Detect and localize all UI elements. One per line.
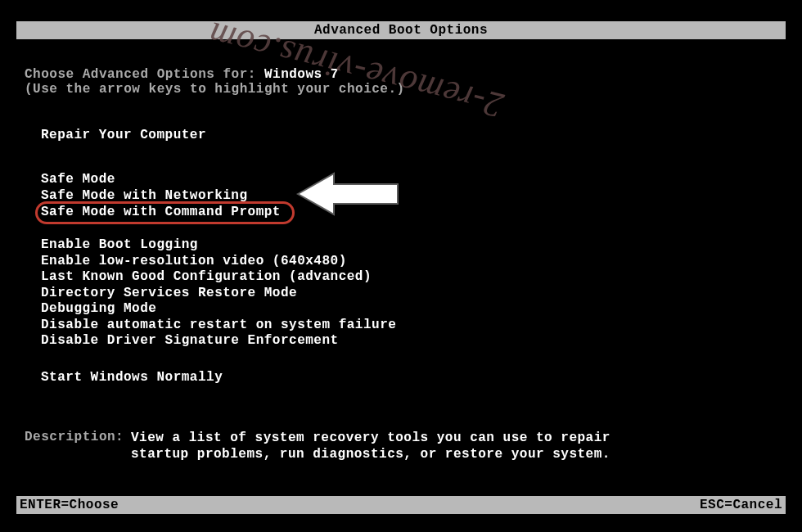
menu-item-safe-mode-cmd[interactable]: Safe Mode with Command Prompt: [35, 201, 295, 224]
title-bar: Advanced Boot Options: [16, 21, 786, 39]
menu-item-safe-mode[interactable]: Safe Mode: [41, 172, 295, 188]
arrow-left-icon: [295, 170, 401, 218]
description-label: Description:: [25, 430, 124, 444]
menu-item-dsrm[interactable]: Directory Services Restore Mode: [41, 286, 396, 302]
menu-item-repair[interactable]: Repair Your Computer: [41, 128, 206, 142]
description-line-1: View a list of system recovery tools you…: [131, 430, 611, 446]
menu-item-last-known-good[interactable]: Last Known Good Configuration (advanced): [41, 269, 396, 286]
boot-options-screen: Advanced Boot Options Choose Advanced Op…: [0, 0, 802, 532]
menu-item-disable-restart[interactable]: Disable automatic restart on system fail…: [41, 318, 396, 334]
title-text: Advanced Boot Options: [314, 23, 488, 38]
footer-bar: ENTER=Choose ESC=Cancel: [16, 496, 786, 514]
description-line-2: startup problems, run diagnostics, or re…: [131, 446, 611, 462]
menu-item-boot-logging[interactable]: Enable Boot Logging: [41, 237, 396, 254]
svg-marker-0: [298, 174, 398, 214]
description-text: View a list of system recovery tools you…: [131, 430, 611, 462]
safe-mode-group: Safe Mode Safe Mode with Networking Safe…: [41, 172, 295, 222]
menu-item-debugging[interactable]: Debugging Mode: [41, 301, 396, 318]
arrow-hint: (Use the arrow keys to highlight your ch…: [25, 82, 405, 97]
choose-prefix: Choose Advanced Options for:: [25, 67, 264, 82]
menu-item-start-normally[interactable]: Start Windows Normally: [41, 370, 223, 385]
choose-line: Choose Advanced Options for: Windows 7: [25, 67, 339, 82]
menu-item-disable-sig[interactable]: Disable Driver Signature Enforcement: [41, 333, 396, 349]
menu-item-low-res[interactable]: Enable low-resolution video (640x480): [41, 254, 396, 270]
options-group: Enable Boot Logging Enable low-resolutio…: [41, 237, 396, 349]
footer-enter: ENTER=Choose: [20, 496, 119, 514]
os-name: Windows 7: [264, 67, 339, 82]
footer-esc: ESC=Cancel: [700, 496, 782, 514]
